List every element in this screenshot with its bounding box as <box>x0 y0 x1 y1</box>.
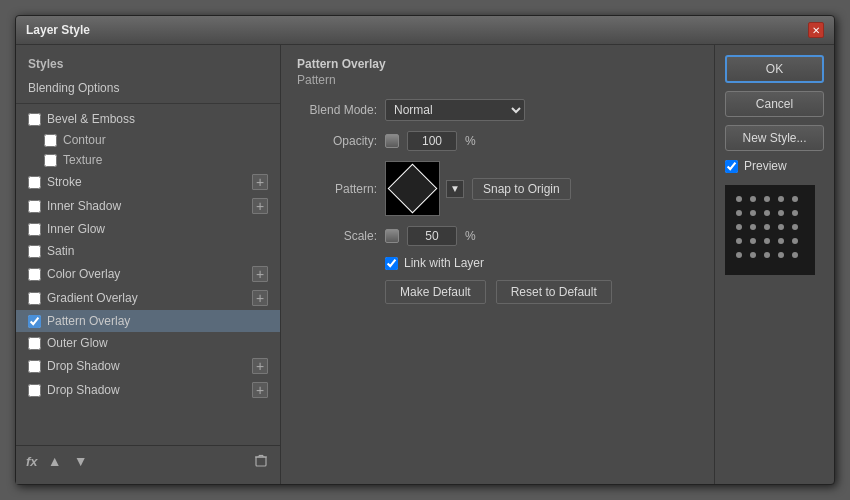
scale-label: Scale: <box>297 229 377 243</box>
drop-shadow-2-add-icon[interactable]: + <box>252 382 268 398</box>
snap-to-origin-button[interactable]: Snap to Origin <box>472 178 571 200</box>
contour-checkbox[interactable] <box>44 134 57 147</box>
texture-checkbox[interactable] <box>44 154 57 167</box>
link-with-layer-row: Link with Layer <box>385 256 698 270</box>
gradient-overlay-add-icon[interactable]: + <box>252 290 268 306</box>
drop-shadow-1-label: Drop Shadow <box>47 359 120 373</box>
bevel-emboss-label: Bevel & Emboss <box>47 112 135 126</box>
color-overlay-label: Color Overlay <box>47 267 120 281</box>
pattern-overlay-label: Pattern Overlay <box>47 314 130 328</box>
sidebar-item-satin[interactable]: Satin <box>16 240 280 262</box>
sidebar-item-outer-glow[interactable]: Outer Glow <box>16 332 280 354</box>
gradient-overlay-label: Gradient Overlay <box>47 291 138 305</box>
move-up-button[interactable]: ▲ <box>46 452 64 470</box>
dialog-body: Styles Blending Options Bevel & Emboss C… <box>16 45 834 484</box>
blend-mode-select[interactable]: Normal Dissolve Multiply Screen Overlay <box>385 99 525 121</box>
preview-checkbox[interactable] <box>725 160 738 173</box>
title-bar: Layer Style ✕ <box>16 16 834 45</box>
opacity-label: Opacity: <box>297 134 377 148</box>
blending-options-label: Blending Options <box>28 81 119 95</box>
color-overlay-checkbox[interactable] <box>28 268 41 281</box>
outer-glow-label: Outer Glow <box>47 336 108 350</box>
inner-shadow-checkbox[interactable] <box>28 200 41 213</box>
pattern-dropdown-button[interactable]: ▼ <box>446 180 464 198</box>
left-panel: Styles Blending Options Bevel & Emboss C… <box>16 45 281 484</box>
new-style-button[interactable]: New Style... <box>725 125 824 151</box>
stroke-add-icon[interactable]: + <box>252 174 268 190</box>
contour-label: Contour <box>63 133 106 147</box>
stroke-label: Stroke <box>47 175 82 189</box>
inner-glow-label: Inner Glow <box>47 222 105 236</box>
sidebar-item-stroke[interactable]: Stroke + <box>16 170 280 194</box>
opacity-percent: % <box>465 134 476 148</box>
dialog-title: Layer Style <box>26 23 90 37</box>
preview-canvas-element <box>725 185 815 275</box>
texture-label: Texture <box>63 153 102 167</box>
close-button[interactable]: ✕ <box>808 22 824 38</box>
link-with-layer-checkbox[interactable] <box>385 257 398 270</box>
sidebar-item-drop-shadow-2[interactable]: Drop Shadow + <box>16 378 280 402</box>
sidebar-item-contour[interactable]: Contour <box>16 130 280 150</box>
satin-label: Satin <box>47 244 74 258</box>
fx-label: fx <box>26 454 38 469</box>
layer-style-dialog: Layer Style ✕ Styles Blending Options Be… <box>15 15 835 485</box>
inner-glow-checkbox[interactable] <box>28 223 41 236</box>
sidebar-item-color-overlay[interactable]: Color Overlay + <box>16 262 280 286</box>
trash-icon <box>254 454 268 468</box>
divider-1 <box>16 103 280 104</box>
preview-check-row: Preview <box>725 159 824 173</box>
left-panel-bottom-bar: fx ▲ ▼ <box>16 445 280 476</box>
gradient-overlay-checkbox[interactable] <box>28 292 41 305</box>
opacity-input[interactable] <box>407 131 457 151</box>
styles-title: Styles <box>16 53 280 77</box>
ok-button[interactable]: OK <box>725 55 824 83</box>
preview-label: Preview <box>744 159 787 173</box>
color-overlay-add-icon[interactable]: + <box>252 266 268 282</box>
pattern-preview-area: ▼ <box>385 161 464 216</box>
link-with-layer-label: Link with Layer <box>404 256 484 270</box>
sidebar-item-inner-glow[interactable]: Inner Glow <box>16 218 280 240</box>
scale-percent: % <box>465 229 476 243</box>
scale-slider-thumb[interactable] <box>385 229 399 243</box>
drop-shadow-2-checkbox[interactable] <box>28 384 41 397</box>
delete-button[interactable] <box>252 452 270 470</box>
drop-shadow-1-add-icon[interactable]: + <box>252 358 268 374</box>
sidebar-item-inner-shadow[interactable]: Inner Shadow + <box>16 194 280 218</box>
sidebar-item-drop-shadow-1[interactable]: Drop Shadow + <box>16 354 280 378</box>
inner-shadow-label: Inner Shadow <box>47 199 121 213</box>
section-title: Pattern Overlay <box>297 57 698 71</box>
sidebar-item-bevel-emboss[interactable]: Bevel & Emboss <box>16 108 280 130</box>
pattern-canvas <box>385 161 440 216</box>
pattern-overlay-checkbox[interactable] <box>28 315 41 328</box>
blend-mode-row: Blend Mode: Normal Dissolve Multiply Scr… <box>297 99 698 121</box>
drop-shadow-2-label: Drop Shadow <box>47 383 120 397</box>
scale-row: Scale: % <box>297 226 698 246</box>
section-subtitle: Pattern <box>297 73 698 87</box>
opacity-slider-thumb[interactable] <box>385 134 399 148</box>
scale-input[interactable] <box>407 226 457 246</box>
sidebar-item-pattern-overlay[interactable]: Pattern Overlay <box>16 310 280 332</box>
opacity-row: Opacity: % <box>297 131 698 151</box>
blend-mode-label: Blend Mode: <box>297 103 377 117</box>
blending-options-item[interactable]: Blending Options <box>16 77 280 99</box>
pattern-label: Pattern: <box>297 182 377 196</box>
stroke-checkbox[interactable] <box>28 176 41 189</box>
cancel-button[interactable]: Cancel <box>725 91 824 117</box>
bevel-emboss-checkbox[interactable] <box>28 113 41 126</box>
reset-to-default-button[interactable]: Reset to Default <box>496 280 612 304</box>
drop-shadow-1-checkbox[interactable] <box>28 360 41 373</box>
pattern-preview-box[interactable] <box>385 161 440 216</box>
center-panel: Pattern Overlay Pattern Blend Mode: Norm… <box>281 45 714 484</box>
make-default-button[interactable]: Make Default <box>385 280 486 304</box>
svg-rect-0 <box>256 457 266 466</box>
preview-canvas <box>725 185 815 275</box>
move-down-button[interactable]: ▼ <box>72 452 90 470</box>
right-panel: OK Cancel New Style... Preview <box>714 45 834 484</box>
sidebar-item-gradient-overlay[interactable]: Gradient Overlay + <box>16 286 280 310</box>
pattern-row: Pattern: ▼ Snap to Origin <box>297 161 698 216</box>
sidebar-item-texture[interactable]: Texture <box>16 150 280 170</box>
satin-checkbox[interactable] <box>28 245 41 258</box>
outer-glow-checkbox[interactable] <box>28 337 41 350</box>
action-buttons-row: Make Default Reset to Default <box>385 280 698 304</box>
inner-shadow-add-icon[interactable]: + <box>252 198 268 214</box>
